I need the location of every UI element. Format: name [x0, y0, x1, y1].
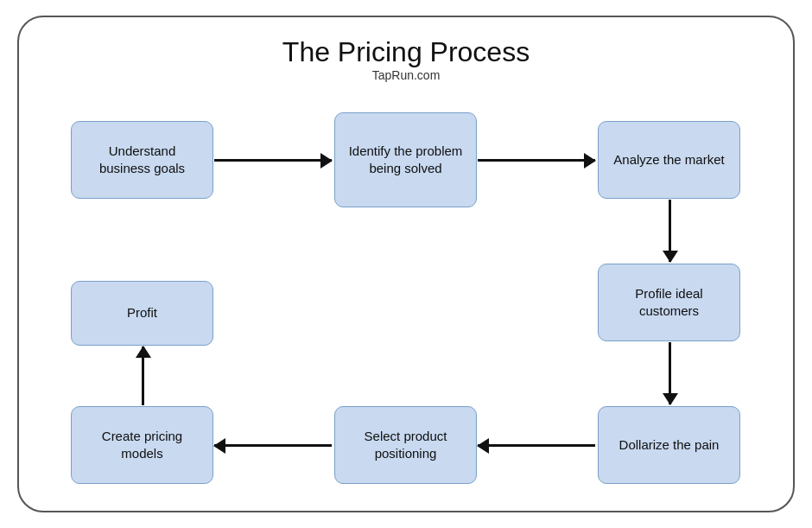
diagram: Understand business goals Identify the p…	[19, 95, 793, 511]
title-area: The Pricing Process TapRun.com	[19, 17, 793, 86]
box-create: Create pricing models	[71, 406, 213, 484]
subtitle: TapRun.com	[19, 68, 793, 82]
box-profit: Profit	[71, 281, 213, 346]
box-identify: Identify the problem being solved	[334, 112, 477, 207]
arrow-profile-dollarize	[669, 342, 671, 404]
arrow-identify-analyze	[478, 159, 595, 162]
arrow-analyze-profile	[669, 200, 671, 262]
arrow-create-profit	[142, 347, 144, 405]
box-profile: Profile ideal customers	[598, 264, 740, 341]
main-container: The Pricing Process TapRun.com Understan…	[17, 16, 795, 512]
box-select: Select product positioning	[334, 406, 477, 484]
arrow-dollarize-select	[478, 444, 595, 447]
main-title: The Pricing Process	[19, 36, 793, 68]
arrow-select-create	[214, 444, 332, 447]
box-analyze: Analyze the market	[598, 121, 740, 199]
box-dollarize: Dollarize the pain	[598, 406, 740, 484]
arrow-understand-identify	[214, 159, 332, 162]
box-understand: Understand business goals	[71, 121, 213, 199]
